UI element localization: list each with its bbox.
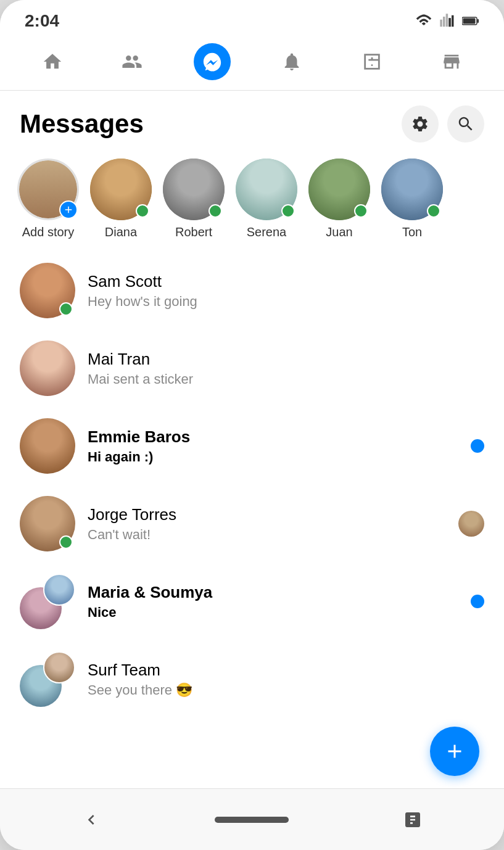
story-diana[interactable]: Diana: [90, 159, 152, 239]
fab-plus-icon: [444, 740, 466, 762]
nav-messenger[interactable]: [194, 43, 231, 80]
emmie-avatar-wrap: [20, 418, 75, 474]
svg-rect-2: [463, 19, 476, 24]
jorge-online-dot: [59, 535, 73, 549]
header-actions: [402, 105, 484, 142]
nav-marketplace[interactable]: [433, 43, 470, 80]
surf-team-avatar-group: [20, 651, 75, 707]
recents-icon: [403, 810, 423, 830]
surf-team-content: Surf Team See you there 😎: [88, 661, 484, 698]
message-item-jorge-torres[interactable]: Jorge Torres Can't wait!: [0, 485, 504, 563]
search-icon: [456, 115, 475, 133]
message-item-surf-team[interactable]: Surf Team See you there 😎: [0, 640, 504, 718]
mai-content: Mai Tran Mai sent a sticker: [88, 350, 484, 387]
message-item-maria-soumya[interactable]: Maria & Soumya Nice: [0, 563, 504, 640]
message-item-emmie-baros[interactable]: Emmie Baros Hi again :): [0, 407, 504, 485]
svg-rect-1: [477, 19, 479, 23]
juan-label: Juan: [326, 225, 352, 239]
mai-name: Mai Tran: [88, 350, 484, 369]
surf-team-avatar-secondary: [43, 651, 75, 683]
robert-online: [209, 204, 222, 218]
status-icons: [415, 12, 479, 30]
maria-soumya-preview: Nice: [88, 604, 463, 621]
plus-icon: [63, 204, 74, 215]
story-juan[interactable]: Juan: [308, 159, 370, 239]
maria-soumya-avatar-group: [20, 574, 75, 629]
messenger-icon: [202, 51, 223, 72]
recents-button[interactable]: [403, 810, 423, 830]
emmie-content: Emmie Baros Hi again :): [88, 427, 463, 465]
mai-avatar-wrap: [20, 340, 75, 396]
page-title: Messages: [20, 109, 144, 139]
phone-frame: 2:04: [0, 0, 504, 850]
sam-avatar-wrap: [20, 263, 75, 318]
maria-soumya-unread-dot: [471, 595, 484, 608]
home-indicator: [215, 817, 289, 823]
maria-soumya-content: Maria & Soumya Nice: [88, 583, 463, 621]
mai-avatar: [20, 340, 75, 396]
sam-name: Sam Scott: [88, 272, 484, 291]
jorge-content: Jorge Torres Can't wait!: [88, 505, 451, 543]
story-add[interactable]: Add story: [17, 159, 79, 239]
signal-icon: [439, 12, 456, 30]
stories-row: Add story Diana Robert: [0, 152, 504, 252]
juan-online: [354, 204, 368, 218]
sam-preview: Hey how's it going: [88, 294, 484, 310]
gear-icon: [411, 115, 429, 133]
message-item-sam-scott[interactable]: Sam Scott Hey how's it going: [0, 252, 504, 329]
sam-online-dot: [59, 302, 73, 316]
nav-people[interactable]: [114, 43, 151, 80]
diana-label: Diana: [105, 225, 137, 239]
story-ton[interactable]: Ton: [381, 159, 443, 239]
mai-preview: Mai sent a sticker: [88, 371, 484, 387]
diana-online: [136, 204, 149, 218]
ton-label: Ton: [402, 225, 422, 239]
message-item-mai-tran[interactable]: Mai Tran Mai sent a sticker: [0, 329, 504, 407]
story-robert[interactable]: Robert: [163, 159, 225, 239]
story-serena[interactable]: Serena: [236, 159, 297, 239]
ton-online: [427, 204, 440, 218]
emmie-name: Emmie Baros: [88, 427, 463, 447]
serena-online: [281, 204, 295, 218]
bottom-nav: [0, 788, 504, 850]
settings-button[interactable]: [402, 105, 439, 142]
surf-team-preview: See you there 😎: [88, 682, 484, 698]
jorge-name: Jorge Torres: [88, 505, 451, 524]
soumya-avatar: [43, 574, 75, 606]
back-icon: [81, 810, 101, 830]
search-button[interactable]: [447, 105, 484, 142]
status-bar: 2:04: [0, 0, 504, 37]
back-button[interactable]: [81, 810, 101, 830]
page-header: Messages: [0, 91, 504, 152]
maria-soumya-name: Maria & Soumya: [88, 583, 463, 602]
battery-icon: [462, 12, 479, 30]
emmie-preview: Hi again :): [88, 449, 463, 465]
marketplace-icon: [441, 51, 462, 72]
bell-icon: [281, 51, 302, 72]
jorge-avatar-wrap: [20, 496, 75, 551]
nav-watch[interactable]: [353, 43, 390, 80]
emmie-avatar: [20, 418, 75, 474]
nav-home[interactable]: [34, 43, 71, 80]
emmie-unread-dot: [471, 439, 484, 453]
sam-content: Sam Scott Hey how's it going: [88, 272, 484, 310]
robert-label: Robert: [175, 225, 212, 239]
status-time: 2:04: [25, 11, 59, 31]
wifi-icon: [415, 12, 432, 30]
home-icon: [42, 51, 63, 72]
add-story-btn: [59, 200, 78, 219]
people-icon: [122, 51, 143, 72]
watch-icon: [361, 51, 382, 72]
nav-bar: [0, 37, 504, 91]
surf-team-name: Surf Team: [88, 661, 484, 680]
new-message-fab[interactable]: [430, 727, 479, 776]
jorge-mini-avatar: [458, 511, 484, 537]
story-add-label: Add story: [22, 225, 74, 239]
nav-notifications[interactable]: [273, 43, 310, 80]
jorge-preview: Can't wait!: [88, 527, 451, 543]
message-list: Sam Scott Hey how's it going Mai Tran Ma…: [0, 252, 504, 788]
serena-label: Serena: [247, 225, 287, 239]
